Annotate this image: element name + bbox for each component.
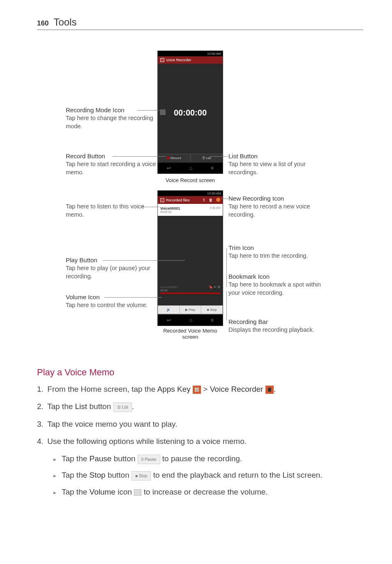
substep-pause: Tap the Pause button II Pause to pause t… [53, 452, 363, 465]
diagram-block: 12:00 AM Voice Recorder 00:00:00 Record … [37, 42, 363, 355]
settings-icon[interactable]: ⚙ [217, 285, 220, 289]
recorded-memo-screenshot: 12:00 AM Recorded files ⇪ 🗑 Voice00001 0… [157, 190, 223, 326]
trim-icon[interactable]: ✂ [214, 285, 217, 289]
stop-button-graphic: ■ Stop [131, 471, 151, 481]
volume-icon-graphic [134, 489, 141, 496]
recording-mode-icon[interactable] [160, 109, 166, 115]
svg-rect-5 [198, 389, 199, 391]
list-button-graphic: ☰ List [113, 402, 132, 412]
button-row: Record ☰ List [158, 154, 223, 162]
app-title: Voice Recorder [166, 58, 191, 62]
sub-list: Tap the Pause button II Pause to pause t… [53, 452, 363, 499]
player-filename: Voice00001 [160, 285, 178, 289]
share-icon[interactable]: ⇪ [202, 198, 205, 202]
svg-rect-3 [195, 389, 196, 391]
player-controls: 🔊 ▶ Play ■ Stop [158, 305, 223, 314]
leader-line [226, 248, 227, 287]
callout-new: New Recording Icon Tap here to record a … [228, 194, 323, 219]
player-time: 00:00 [160, 289, 220, 292]
app-title-bar: Voice Recorder [158, 56, 223, 64]
svg-rect-4 [196, 389, 198, 391]
home-icon[interactable]: ⌂ [189, 165, 192, 171]
status-bar: 12:00 AM [158, 191, 223, 196]
new-recording-icon[interactable] [216, 198, 220, 202]
substep-stop: Tap the Stop button ■ Stop to end the pl… [53, 469, 363, 482]
leader-line [104, 297, 162, 298]
back-icon[interactable]: ↩ [167, 317, 171, 323]
recent-icon[interactable]: ≡ [211, 165, 214, 171]
apps-key-icon [193, 386, 201, 394]
pause-button-graphic: II Pause [138, 455, 160, 464]
section-title: Tools [53, 16, 76, 28]
screen1-caption: Voice Record screen [157, 177, 223, 183]
callout-play: Play Button Tap here to play (or pause) … [66, 256, 156, 280]
callout-listen: Tap here to listen to this voice memo. [66, 203, 156, 219]
callout-bar: Recording Bar Displays the recording pla… [228, 318, 323, 334]
leader-line [137, 110, 159, 111]
back-icon[interactable]: ↩ [167, 165, 171, 171]
volume-icon-button[interactable]: 🔊 [158, 305, 180, 314]
delete-icon[interactable]: 🗑 [209, 198, 213, 202]
voice-record-screenshot: 12:00 AM Voice Recorder 00:00:00 Record … [157, 51, 223, 174]
svg-rect-6 [195, 391, 196, 392]
player-panel: Voice00001 🔖 ✂ ⚙ 00:00 [160, 285, 220, 294]
screen2-caption: Recorded Voice Memo screen [157, 328, 223, 340]
step-2: 2. Tap the List button ☰ List. [37, 400, 363, 413]
svg-rect-8 [198, 391, 199, 392]
play-button[interactable]: ▶ Play [180, 305, 201, 314]
recording-timer: 00:00:00 [158, 108, 223, 118]
leader-line [103, 260, 185, 261]
callout-list: List Button Tap here to view a list of y… [228, 152, 319, 176]
list-button[interactable]: ☰ List [191, 154, 223, 162]
page-number: 160 [37, 19, 48, 28]
nav-bar: ↩ ⌂ ≡ [158, 315, 223, 326]
stop-button[interactable]: ■ Stop [201, 305, 223, 314]
recording-bar[interactable] [160, 293, 220, 294]
file-time: 4:30 AM [210, 206, 220, 213]
step-3: 3. Tap the voice memo you want to play. [37, 418, 363, 431]
svg-rect-1 [196, 388, 198, 389]
home-icon[interactable]: ⌂ [189, 317, 192, 323]
callout-record: Record Button Tap here to start recordin… [66, 152, 156, 176]
nav-bar: ↩ ⌂ ≡ [158, 163, 223, 173]
subheading: Play a Voice Memo [37, 367, 363, 378]
leader-line [221, 199, 228, 199]
record-button[interactable]: Record [158, 154, 191, 162]
bookmark-icon[interactable]: 🔖 [209, 285, 213, 289]
app-icon [160, 58, 164, 62]
substep-volume: Tap the Volume icon to increase or decre… [53, 485, 363, 499]
recent-icon[interactable]: ≡ [211, 317, 214, 323]
svg-rect-2 [198, 388, 199, 389]
leader-line [226, 291, 227, 320]
app-title: Recorded files [166, 198, 190, 202]
voice-recorder-icon [265, 386, 274, 394]
callout-mode: Recording Mode Icon Tap here to change t… [66, 106, 156, 130]
callout-bookmark: Bookmark Icon Tap here to bookmark a spo… [228, 273, 323, 297]
svg-rect-0 [195, 388, 196, 389]
leader-line [210, 156, 228, 157]
step-4: 4. Use the following options while liste… [37, 435, 363, 448]
step-1: 1. From the Home screen, tap the Apps Ke… [37, 383, 363, 396]
app-icon [160, 198, 164, 202]
callout-trim: Trim Icon Tap here to trim the recording… [228, 244, 323, 260]
voice-memo-item[interactable]: Voice00001 00:00:03 4:30 AM [158, 204, 223, 216]
leader-line [141, 207, 159, 207]
file-name: Voice00001 [160, 206, 180, 210]
callout-volume: Volume Icon Tap here to control the volu… [66, 293, 156, 310]
file-duration: 00:00:03 [160, 210, 180, 213]
app-title-bar: Recorded files ⇪ 🗑 [158, 196, 223, 204]
status-bar: 12:00 AM [158, 51, 223, 56]
page-header: 160 Tools [37, 16, 363, 30]
svg-rect-7 [196, 391, 198, 392]
leader-line [113, 156, 166, 157]
